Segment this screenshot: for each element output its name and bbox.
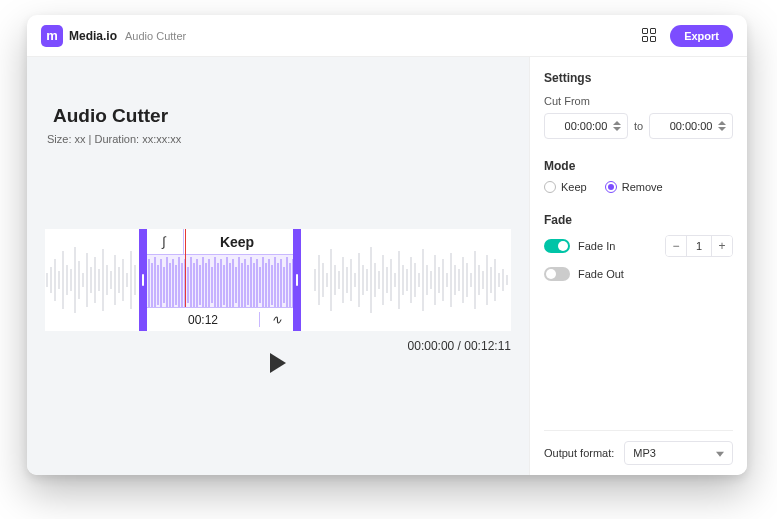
cut-to-stepper[interactable] [718,116,730,136]
fade-in-stepper[interactable]: − 1 + [665,235,733,257]
mode-title: Mode [544,159,733,173]
app-window: m Media.io Audio Cutter Export Audio Cut… [27,15,747,475]
mode-keep-radio[interactable]: Keep [544,181,587,193]
selection-header: ∫ Keep [147,229,293,255]
fade-in-increment[interactable]: + [712,236,732,256]
fade-in-decrement[interactable]: − [666,236,686,256]
cut-to-value: 00:00:00 [670,120,713,132]
cut-from-value: 00:00:00 [565,120,608,132]
cut-to-input[interactable]: 00:00:00 [649,113,733,139]
apps-grid-icon[interactable] [642,28,658,44]
selection-handle-left[interactable] [142,274,144,286]
breadcrumb: Audio Cutter [125,30,186,42]
selection-region[interactable]: ∫ Keep 00:12 ∿ [139,229,301,331]
fade-in-curve-icon[interactable]: ∫ [147,234,181,249]
output-format-select[interactable]: MP3 [624,441,733,465]
settings-sidebar: Settings Cut From 00:00:00 to 00:00:00 M… [529,57,747,475]
playback-controls: 00:00:00 / 00:12:11 [45,339,511,367]
export-button[interactable]: Export [670,25,733,47]
file-meta: Size: xx | Duration: xx:xx:xx [47,133,511,145]
app-header: m Media.io Audio Cutter Export [27,15,747,57]
to-label: to [634,120,643,132]
editor-pane: Audio Cutter Size: xx | Duration: xx:xx:… [27,57,529,475]
brand-name: Media.io [69,29,117,43]
selection-handle-right[interactable] [296,274,298,286]
fade-in-toggle[interactable] [544,239,570,253]
fade-out-curve-icon[interactable]: ∿ [259,312,293,327]
cut-from-input[interactable]: 00:00:00 [544,113,628,139]
fade-out-toggle[interactable] [544,267,570,281]
time-readout: 00:00:00 / 00:12:11 [408,339,511,353]
output-format-value: MP3 [633,447,656,459]
mode-remove-radio[interactable]: Remove [605,181,663,193]
app-body: Audio Cutter Size: xx | Duration: xx:xx:… [27,57,747,475]
logo-icon: m [41,25,63,47]
output-format-label: Output format: [544,447,614,459]
mode-keep-label: Keep [561,181,587,193]
fade-title: Fade [544,213,733,227]
cut-from-label: Cut From [544,95,733,107]
page-title: Audio Cutter [53,105,511,127]
cut-from-stepper[interactable] [613,116,625,136]
fade-in-value: 1 [686,236,712,256]
settings-title: Settings [544,71,733,85]
fade-in-label: Fade In [578,240,615,252]
play-button[interactable] [270,353,286,373]
selection-duration: 00:12 [147,313,259,327]
selection-mode-label: Keep [181,234,293,250]
waveform-track[interactable]: ∫ Keep 00:12 ∿ [45,229,511,331]
mode-remove-label: Remove [622,181,663,193]
selection-footer: 00:12 ∿ [147,307,293,331]
fade-out-label: Fade Out [578,268,624,280]
